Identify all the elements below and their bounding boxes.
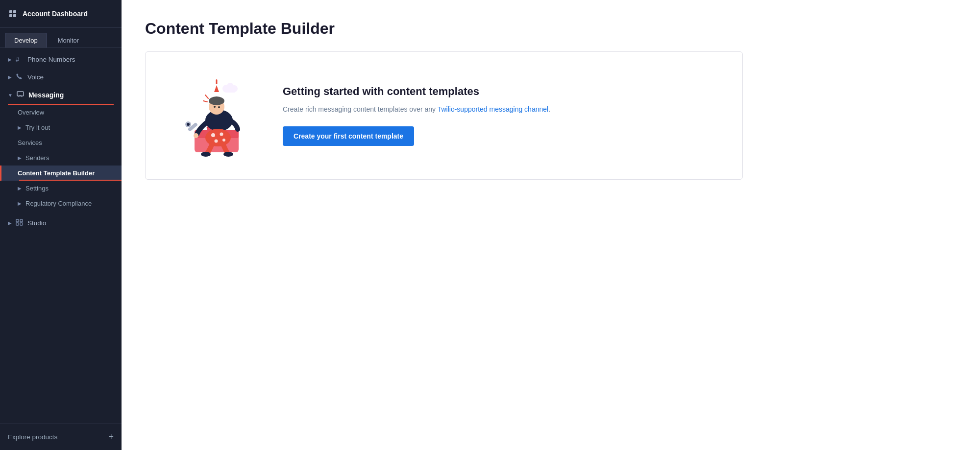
svg-point-21 bbox=[205, 129, 231, 146]
svg-point-23 bbox=[220, 133, 223, 136]
svg-rect-33 bbox=[226, 89, 235, 93]
sidebar-item-phone-numbers[interactable]: ▶ # Phone Numbers bbox=[0, 51, 122, 68]
svg-rect-2 bbox=[9, 14, 12, 17]
studio-label: Studio bbox=[27, 219, 46, 227]
sidebar: Account Dashboard Develop Monitor ▶ # Ph… bbox=[0, 0, 122, 450]
svg-rect-8 bbox=[20, 223, 23, 225]
svg-point-14 bbox=[209, 96, 224, 105]
svg-point-25 bbox=[222, 139, 225, 142]
sidebar-tabs: Develop Monitor bbox=[0, 28, 122, 47]
try-it-out-label: Try it out bbox=[25, 124, 50, 131]
sidebar-item-voice[interactable]: ▶ Voice bbox=[0, 68, 122, 86]
grid-icon bbox=[8, 9, 18, 19]
explore-products-footer[interactable]: Explore products + bbox=[0, 424, 122, 450]
svg-point-16 bbox=[218, 106, 220, 108]
svg-point-20 bbox=[187, 123, 190, 126]
getting-started-card: Getting started with content templates C… bbox=[145, 51, 743, 180]
account-dashboard-title: Account Dashboard bbox=[23, 10, 88, 18]
regulatory-compliance-label: Regulatory Compliance bbox=[25, 200, 92, 207]
chevron-right-icon: ▶ bbox=[8, 220, 12, 226]
card-heading: Getting started with content templates bbox=[283, 85, 723, 98]
chevron-right-icon: ▶ bbox=[18, 155, 22, 161]
chevron-right-icon: ▶ bbox=[18, 125, 22, 130]
svg-point-27 bbox=[223, 152, 233, 157]
svg-line-34 bbox=[205, 95, 208, 98]
voice-label: Voice bbox=[27, 73, 44, 81]
content-template-builder-label: Content Template Builder bbox=[18, 169, 95, 177]
hash-icon: # bbox=[16, 56, 24, 63]
services-label: Services bbox=[18, 139, 42, 146]
svg-rect-1 bbox=[13, 10, 16, 13]
svg-marker-28 bbox=[214, 85, 219, 92]
sidebar-item-overview[interactable]: Overview bbox=[0, 105, 122, 120]
svg-rect-5 bbox=[16, 219, 19, 222]
svg-rect-0 bbox=[9, 10, 12, 13]
tab-monitor[interactable]: Monitor bbox=[49, 33, 88, 47]
sidebar-item-settings[interactable]: ▶ Settings bbox=[0, 181, 122, 196]
svg-rect-29 bbox=[216, 79, 218, 84]
sidebar-item-services[interactable]: Services bbox=[0, 135, 122, 150]
overview-label: Overview bbox=[18, 109, 44, 116]
phone-icon bbox=[16, 73, 24, 81]
phone-numbers-label: Phone Numbers bbox=[27, 56, 75, 63]
svg-rect-6 bbox=[20, 219, 23, 222]
sidebar-item-content-template-builder[interactable]: Content Template Builder bbox=[0, 166, 122, 181]
chevron-right-icon: ▶ bbox=[8, 57, 12, 62]
explore-products-label: Explore products bbox=[8, 433, 57, 441]
studio-icon bbox=[16, 219, 24, 227]
chevron-right-icon: ▶ bbox=[18, 201, 22, 206]
chevron-right-icon: ▶ bbox=[8, 74, 12, 80]
svg-point-15 bbox=[214, 106, 216, 108]
plus-icon: + bbox=[108, 432, 114, 442]
tabs-divider bbox=[0, 47, 122, 48]
twilio-link[interactable]: Twilio-supported messaging channel bbox=[438, 105, 548, 113]
sidebar-header[interactable]: Account Dashboard bbox=[0, 0, 122, 28]
sidebar-item-studio[interactable]: ▶ Studio bbox=[0, 214, 122, 232]
sidebar-item-regulatory-compliance[interactable]: ▶ Regulatory Compliance bbox=[0, 196, 122, 211]
svg-rect-3 bbox=[13, 14, 16, 17]
svg-point-24 bbox=[215, 140, 218, 143]
svg-point-17 bbox=[194, 133, 198, 138]
sidebar-item-senders[interactable]: ▶ Senders bbox=[0, 150, 122, 166]
svg-rect-7 bbox=[16, 223, 19, 225]
card-text: Getting started with content templates C… bbox=[283, 85, 723, 146]
settings-label: Settings bbox=[25, 185, 49, 192]
senders-label: Senders bbox=[25, 154, 49, 162]
illustration-container bbox=[165, 71, 263, 160]
svg-point-26 bbox=[201, 152, 211, 157]
card-description: Create rich messaging content templates … bbox=[283, 104, 577, 115]
messaging-label: Messaging bbox=[28, 91, 64, 99]
create-first-template-button[interactable]: Create your first content template bbox=[283, 126, 414, 146]
main-content: Content Template Builder bbox=[122, 0, 980, 450]
svg-line-35 bbox=[203, 101, 207, 102]
chevron-down-icon: ▼ bbox=[8, 93, 13, 98]
messaging-icon bbox=[17, 91, 24, 99]
illustration-svg bbox=[165, 71, 263, 160]
sidebar-item-try-it-out[interactable]: ▶ Try it out bbox=[0, 120, 122, 135]
sidebar-item-messaging[interactable]: ▼ Messaging bbox=[0, 86, 122, 104]
tab-develop[interactable]: Develop bbox=[5, 33, 47, 47]
page-title: Content Template Builder bbox=[145, 20, 956, 38]
svg-point-22 bbox=[211, 133, 215, 137]
chevron-right-icon: ▶ bbox=[18, 186, 22, 191]
